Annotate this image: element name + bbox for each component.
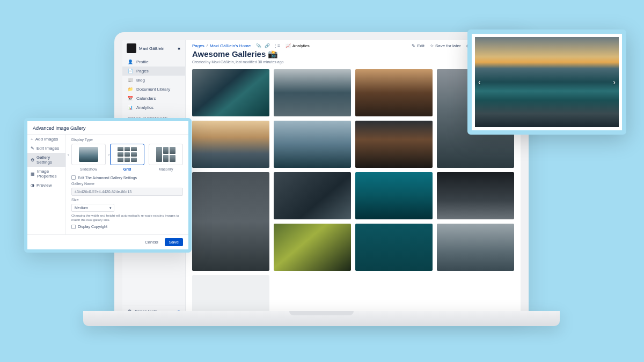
analytics-link[interactable]: 📈 Analytics [286,43,310,48]
avatar[interactable] [127,43,136,53]
sidebar-item-label: Calendars [136,96,156,101]
masonry-label: Masonry [149,167,183,171]
modal-content: Display Type ‹ › Slideshow Grid Masonry [66,135,188,234]
hierarchy-icon[interactable]: ⋮≡ [273,43,280,48]
blog-icon: 📰 [128,78,133,83]
gallery-settings-modal: Advanced Image Gallery +Add Images ✎Edit… [24,118,192,253]
breadcrumb-current[interactable]: Maxi Gäßlein's Home [210,43,251,48]
display-type-slideshow[interactable]: ‹ › [71,144,106,165]
gallery-image[interactable] [274,69,351,116]
sidebar-item-blog[interactable]: 📰 Blog [122,76,185,85]
gallery-image[interactable] [274,121,351,168]
modal-body: +Add Images ✎Edit Images ⚙Gallery Settin… [27,135,188,234]
analytics-icon: 📊 [128,105,133,110]
display-type-masonry[interactable] [149,144,183,165]
sidebar-item-label: Blog [136,78,145,83]
breadcrumb: Pages / Maxi Gäßlein's Home [192,43,251,48]
sidebar-item-profile[interactable]: 👤 Profile [122,57,185,67]
gallery-image[interactable] [192,275,269,316]
save-button[interactable]: Save [165,238,183,246]
slideshow-preview [79,147,98,162]
save-later-button[interactable]: ☆ Save for later [430,43,461,48]
pages-icon: 📄 [128,69,133,73]
edit-advanced-checkbox-row[interactable]: Edit The Advanced Gallery Settings [71,175,183,180]
gallery-image[interactable] [274,224,351,271]
gallery-image[interactable] [355,172,433,219]
display-copyright-checkbox-row[interactable]: Display Copyright [71,225,183,229]
modal-tab-gallery-settings[interactable]: ⚙Gallery Settings [27,153,65,167]
edit-button[interactable]: ✎ Edit [412,43,425,48]
sidebar-item-pages[interactable]: 📄 Pages [122,67,185,76]
profile-icon: 👤 [128,60,133,64]
chevron-right-icon: › [108,153,109,157]
gallery-image[interactable] [355,224,433,271]
sidebar-item-documents[interactable]: 📁 Document Library [122,85,185,94]
sidebar-item-calendars[interactable]: 📅 Calendars [122,94,185,103]
modal-sidebar: +Add Images ✎Edit Images ⚙Gallery Settin… [27,135,66,234]
display-copyright-label: Display Copyright [78,225,107,228]
attachment-icon[interactable]: 📎 [256,43,261,48]
sidebar-item-label: Profile [136,60,149,64]
size-label: Size [71,198,183,202]
masonry-preview [156,147,175,162]
display-types: ‹ › [71,144,183,165]
gallery-image[interactable] [355,69,433,116]
sidebar-nav: 👤 Profile 📄 Pages 📰 Blog 📁 Document Libr… [122,56,185,113]
lightbox-next-button[interactable]: › [613,78,616,86]
calendar-icon: 📅 [128,96,133,101]
size-help-text: Changing the width and height will autom… [71,214,183,223]
topbar-icons: 📎 🔗 ⋮≡ [256,43,280,48]
gallery-image[interactable] [355,121,433,168]
lightbox-prev-button[interactable]: ‹ [478,78,481,86]
laptop-notch [289,311,354,315]
pencil-icon: ✎ [412,43,415,48]
grid-icon: ▦ [31,172,35,176]
display-type-labels: Slideshow Grid Masonry [71,167,183,171]
modal-tab-add-images[interactable]: +Add Images [27,135,65,144]
sidebar-item-analytics[interactable]: 📊 Analytics [122,103,185,112]
sidebar-item-label: Pages [136,69,149,73]
gallery-image[interactable] [192,121,269,168]
grid-preview [118,147,137,162]
modal-footer: Cancel Save [27,234,188,249]
restrictions-icon[interactable]: 🔗 [265,43,270,48]
checkbox-icon[interactable] [71,225,76,229]
gallery-image[interactable] [437,224,514,271]
chevron-left-icon: ‹ [68,153,69,157]
user-name: Maxi Gäßlein [139,46,174,51]
gallery-image[interactable] [192,172,269,271]
star-icon[interactable]: ★ [177,46,181,51]
sidebar-header: Maxi Gäßlein ★ [122,40,185,56]
gallery-image[interactable] [437,172,514,219]
image-lightbox: ‹ › [467,29,626,135]
display-type-label: Display Type [71,138,183,142]
gallery-image[interactable] [192,69,269,116]
checkbox-icon[interactable] [71,175,76,180]
gallery-image[interactable] [274,172,351,219]
size-select[interactable]: Medium [71,204,114,212]
breadcrumb-root[interactable]: Pages [192,43,204,48]
pencil-icon: ✎ [31,146,34,151]
gear-icon: ⚙ [31,158,34,162]
modal-tab-image-properties[interactable]: ▦Image Properties [27,167,65,181]
breadcrumb-separator: / [207,43,208,48]
display-type-grid[interactable] [110,144,144,165]
star-outline-icon: ☆ [430,43,434,48]
modal-tab-edit-images[interactable]: ✎Edit Images [27,144,65,153]
slideshow-label: Slideshow [71,167,106,171]
grid-label: Grid [110,167,144,171]
edit-advanced-label: Edit The Advanced Gallery Settings [78,176,137,180]
sidebar-item-label: Document Library [136,87,170,92]
sidebar-item-label: Analytics [136,105,153,110]
modal-title: Advanced Image Gallery [27,121,188,135]
plus-icon: + [31,137,33,142]
preview-icon: ◑ [31,183,34,188]
modal-tab-preview[interactable]: ◑Preview [27,181,65,190]
laptop-base [83,311,560,326]
cancel-button[interactable]: Cancel [141,238,163,246]
lightbox-image[interactable]: ‹ › [475,37,619,127]
folder-icon: 📁 [128,87,133,92]
chart-icon: 📈 [286,43,291,48]
gallery-name-label: Gallery Name [71,182,183,186]
gallery-name-input[interactable]: 43b426c0-57e4-4420-824e-86d13 [71,188,183,196]
